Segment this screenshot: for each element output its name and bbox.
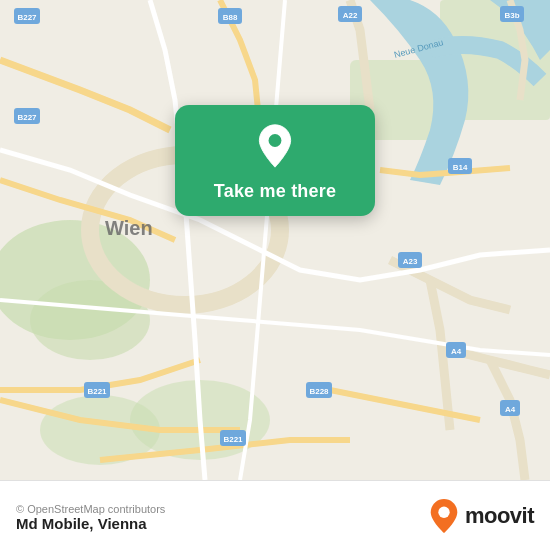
svg-text:B227: B227 (17, 13, 37, 22)
moovit-brand-text: moovit (465, 503, 534, 529)
take-me-there-popup[interactable]: Take me there (175, 105, 375, 216)
moovit-logo: moovit (429, 498, 534, 534)
svg-text:B227: B227 (17, 113, 37, 122)
svg-point-36 (438, 506, 449, 517)
svg-text:B221: B221 (223, 435, 243, 444)
svg-point-35 (269, 134, 282, 147)
svg-text:A22: A22 (343, 11, 358, 20)
attribution-text: © OpenStreetMap contributors (16, 503, 165, 515)
svg-text:B14: B14 (453, 163, 468, 172)
svg-text:B3b: B3b (504, 11, 519, 20)
bottom-bar: © OpenStreetMap contributors Md Mobile, … (0, 480, 550, 550)
svg-text:A4: A4 (505, 405, 516, 414)
popup-label: Take me there (214, 181, 336, 202)
location-info: © OpenStreetMap contributors Md Mobile, … (16, 499, 165, 532)
svg-text:A23: A23 (403, 257, 418, 266)
map-container: B227 B227 A22 B88 B14 A23 B221 B221 B228… (0, 0, 550, 480)
map-background: B227 B227 A22 B88 B14 A23 B221 B221 B228… (0, 0, 550, 480)
svg-text:B228: B228 (309, 387, 329, 396)
svg-text:B88: B88 (223, 13, 238, 22)
location-title: Md Mobile, Vienna (16, 515, 165, 532)
svg-text:Wien: Wien (105, 217, 153, 239)
svg-text:B221: B221 (87, 387, 107, 396)
svg-text:A4: A4 (451, 347, 462, 356)
moovit-pin-icon (429, 498, 459, 534)
location-pin-icon (252, 123, 298, 169)
